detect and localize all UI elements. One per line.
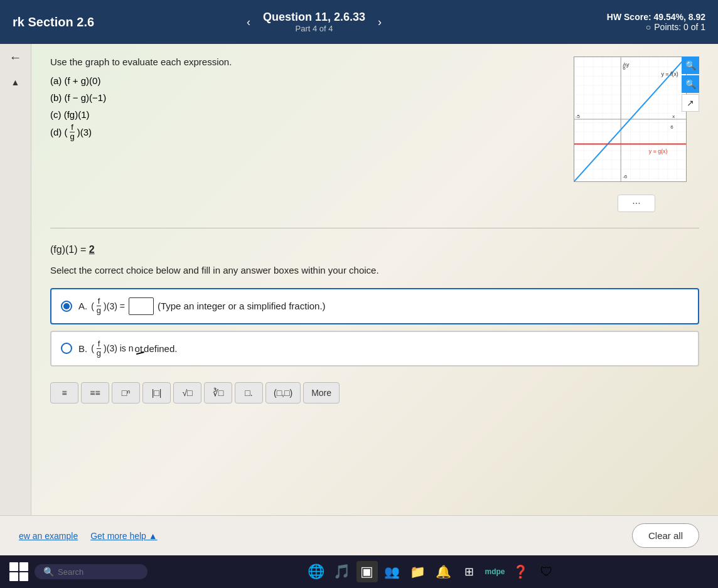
svg-text:-5: -5 <box>576 114 581 119</box>
view-example-link[interactable]: ew an example <box>19 531 78 541</box>
part-c: (c) (fg)(1) <box>50 106 561 123</box>
sidebar-collapse-arrow[interactable]: ▲ <box>11 77 20 87</box>
svg-text:x: x <box>672 114 675 119</box>
points: ○ Points: 0 of 1 <box>474 22 705 32</box>
main-content: Use the graph to evaluate each expressio… <box>31 44 718 515</box>
score-area: HW Score: 49.54%, 8.92 ○ Points: 0 of 1 <box>474 12 705 32</box>
bottom-bar: ew an example Get more help ▲ Clear all <box>0 515 718 555</box>
taskbar-apps: 🌐 🎵 ▣ 👥 📁 🔔 ⊞ mdpe ❓ 🛡 <box>154 560 709 583</box>
taskbar-app-files[interactable]: 📁 <box>407 560 429 583</box>
header: rk Section 2.6 ‹ Question 11, 2.6.33 Par… <box>0 0 718 44</box>
bottom-links: ew an example Get more help ▲ <box>19 531 158 541</box>
radio-b-circle <box>61 343 72 354</box>
part-b: (b) (f − g)(−1) <box>50 89 561 106</box>
math-btn-more[interactable]: More <box>303 382 340 404</box>
circle-icon: ○ <box>646 22 651 32</box>
left-sidebar: ← ▲ <box>0 44 31 515</box>
graph-box: y = f(x) y = g(x) Ay 6 x -5 6 -6 <box>574 56 687 182</box>
math-btn-sqrt[interactable]: √□ <box>173 382 201 404</box>
math-btn-power[interactable]: □ⁿ <box>112 382 140 404</box>
answer-result: (fg)(1) = 2 <box>50 244 699 255</box>
graph-tools: 🔍 🔍 ↗ <box>682 56 699 112</box>
search-btn[interactable]: 🔍 <box>682 75 699 93</box>
taskbar-app-notification[interactable]: 🔔 <box>432 560 455 583</box>
clear-all-button[interactable]: Clear all <box>632 523 699 548</box>
svg-text:6: 6 <box>670 124 673 130</box>
prev-arrow[interactable]: ‹ <box>244 13 254 32</box>
taskbar-app-grid[interactable]: ⊞ <box>458 560 481 583</box>
radio-a-circle <box>61 301 72 312</box>
math-toolbar: ≡ ≡≡ □ⁿ |□| √□ ∛□ □. (□,□) More <box>50 376 699 410</box>
taskbar-app-browser[interactable]: 🌐 <box>305 560 328 583</box>
question-info: Question 11, 2.6.33 Part 4 of 4 <box>263 11 365 33</box>
select-prompt: Select the correct choice below and fill… <box>50 265 699 275</box>
svg-text:-6: -6 <box>623 174 628 179</box>
taskbar-app-terminal[interactable]: ▣ <box>356 561 378 582</box>
sidebar-back-arrow[interactable]: ← <box>9 50 22 65</box>
graph-container: y = f(x) y = g(x) Ay 6 x -5 6 -6 <box>574 56 699 218</box>
zoom-btn[interactable]: 🔍 <box>682 56 699 74</box>
math-btn-interval[interactable]: (□,□) <box>265 382 301 404</box>
get-more-help-link[interactable]: Get more help ▲ <box>90 531 157 541</box>
part-a: (a) (f + g)(0) <box>50 72 561 89</box>
graph-svg: y = f(x) y = g(x) Ay 6 x -5 6 -6 <box>574 57 686 181</box>
taskbar: 🔍 🌐 🎵 ▣ 👥 📁 🔔 ⊞ mdpe ❓ 🛡 <box>0 555 718 588</box>
fraction-a: f g <box>95 297 102 316</box>
math-btn-decimal[interactable]: □. <box>235 382 263 404</box>
more-options-btn[interactable]: ··· <box>618 195 655 212</box>
parts-list: (a) (f + g)(0) (b) (f − g)(−1) (c) (fg)(… <box>50 72 561 142</box>
option-b[interactable]: B. ( f g )(3) is n ot <box>50 331 699 367</box>
math-btn-fraction[interactable]: ≡ <box>50 382 78 404</box>
answer-input[interactable] <box>129 297 154 315</box>
svg-text:y = g(x): y = g(x) <box>649 148 668 154</box>
answer-section: (fg)(1) = 2 Select the correct choice be… <box>50 238 699 416</box>
taskbar-app-teams[interactable]: 👥 <box>381 560 404 583</box>
divider <box>50 228 699 228</box>
taskbar-app-security[interactable]: 🛡 <box>535 560 558 583</box>
result-value: 2 <box>89 244 95 255</box>
part-d: (d) ( f g )(3) <box>50 123 561 142</box>
taskbar-app-help[interactable]: ❓ <box>510 560 532 583</box>
header-center: ‹ Question 11, 2.6.33 Part 4 of 4 › <box>244 11 474 33</box>
not-text: ot <box>135 343 143 354</box>
section-label: rk Section 2.6 <box>13 15 244 29</box>
taskbar-search[interactable]: 🔍 <box>35 564 147 579</box>
part-label: Part 4 of 4 <box>263 24 365 33</box>
option-a-hint: (Type an integer or a simplified fractio… <box>158 301 326 311</box>
start-button[interactable] <box>9 562 28 581</box>
math-btn-abs[interactable]: |□| <box>142 382 171 404</box>
taskbar-app-mdpe[interactable]: mdpe <box>484 560 506 583</box>
next-arrow[interactable]: › <box>375 13 385 32</box>
header-nav: ‹ Question 11, 2.6.33 Part 4 of 4 › <box>244 11 474 33</box>
svg-text:y = f(x): y = f(x) <box>661 71 678 77</box>
taskbar-app-music[interactable]: 🎵 <box>331 560 353 583</box>
content-area: ← ▲ Use the graph to evaluate each expre… <box>0 44 718 515</box>
open-btn[interactable]: ↗ <box>682 94 699 112</box>
hw-score: HW Score: 49.54%, 8.92 <box>474 12 705 22</box>
question-title: Question 11, 2.6.33 <box>263 11 365 24</box>
result-prefix: (fg)(1) = <box>50 244 86 255</box>
search-input[interactable] <box>58 567 133 577</box>
option-a-label: A. ( f g )(3) = ( <box>78 297 326 316</box>
option-b-label: B. ( f g )(3) is n ot <box>78 339 177 358</box>
math-btn-cbrt[interactable]: ∛□ <box>204 382 232 404</box>
fraction-display: f g <box>69 123 76 142</box>
search-icon: 🔍 <box>43 567 54 577</box>
option-b-letter: B. <box>78 343 87 354</box>
question-section: Use the graph to evaluate each expressio… <box>50 56 699 218</box>
math-btn-matrix[interactable]: ≡≡ <box>81 382 109 404</box>
fraction-b: f g <box>95 339 102 358</box>
option-a-formula-text: ( f g )(3) = <box>91 297 125 316</box>
instruction: Use the graph to evaluate each expressio… <box>50 56 561 67</box>
option-a[interactable]: A. ( f g )(3) = ( <box>50 288 699 324</box>
option-b-formula-text: ( f g )(3) is n ot defined <box>91 339 177 358</box>
points-label: Points: 0 of 1 <box>654 22 705 32</box>
option-a-letter: A. <box>78 301 87 311</box>
svg-text:6: 6 <box>623 65 626 71</box>
question-text: Use the graph to evaluate each expressio… <box>50 56 561 218</box>
